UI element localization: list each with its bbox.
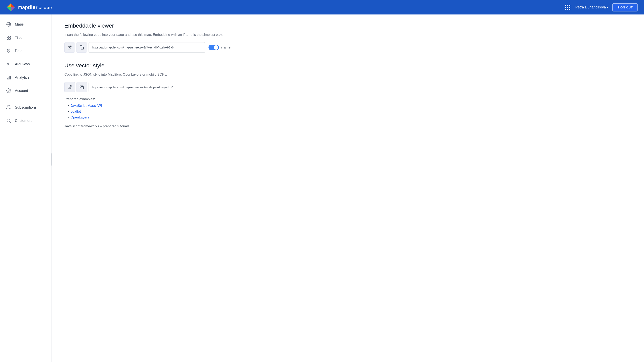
copy-url-button-2[interactable] (76, 82, 87, 92)
iframe-toggle-switch[interactable] (208, 45, 219, 50)
bar-chart-icon (6, 74, 12, 80)
users-icon (6, 104, 12, 110)
svg-marker-2 (7, 7, 11, 11)
svg-line-21 (69, 46, 71, 48)
iframe-toggle-area: iframe (208, 45, 230, 50)
svg-point-13 (7, 63, 9, 65)
js-maps-api-link[interactable]: JavaScript Maps API (70, 104, 102, 108)
svg-rect-24 (81, 86, 84, 89)
vector-style-title: Use vector style (64, 62, 632, 69)
svg-rect-10 (7, 38, 8, 39)
sidebar-label-tiles: Tiles (15, 35, 22, 40)
sidebar-item-account[interactable]: Account (0, 84, 52, 97)
prepared-examples-list: JavaScript Maps API Leaflet OpenLayers (68, 104, 632, 119)
embeddable-viewer-desc: Insert the following code into your page… (64, 32, 632, 37)
prepared-examples-label: Prepared examples: (64, 97, 632, 101)
main-content: Embeddable viewer Insert the following c… (52, 14, 644, 362)
tiles-icon (6, 34, 12, 41)
svg-point-17 (8, 90, 9, 91)
sidebar-label-api-keys: API Keys (15, 62, 30, 66)
sidebar-label-data: Data (15, 49, 22, 53)
svg-marker-4 (11, 7, 15, 11)
sidebar-item-data[interactable]: Data (0, 44, 52, 57)
user-menu[interactable]: Petra Duriancikova ▾ (575, 5, 608, 9)
sidebar-item-analytics[interactable]: Analytics (0, 71, 52, 84)
sidebar-item-tiles[interactable]: Tiles (0, 31, 52, 44)
scrollbar-track[interactable] (51, 14, 52, 362)
embeddable-viewer-section: Embeddable viewer Insert the following c… (64, 22, 632, 53)
logo-text: maptiler CLOUD (18, 4, 52, 10)
svg-rect-14 (7, 78, 8, 79)
globe-icon (6, 21, 12, 27)
list-item-js-maps: JavaScript Maps API (68, 104, 632, 108)
embeddable-viewer-url-row: iframe (64, 42, 632, 53)
sidebar-divider (0, 99, 52, 99)
vector-style-section: Use vector style Copy link to JSON style… (64, 62, 632, 128)
svg-rect-15 (8, 77, 9, 79)
sidebar-nav: Maps Tiles (0, 14, 52, 130)
openlayers-link[interactable]: OpenLayers (70, 115, 89, 119)
vector-style-url-row (64, 82, 632, 92)
sidebar-item-maps[interactable]: Maps (0, 18, 52, 31)
header-right: Petra Duriancikova ▾ SIGN OUT (564, 3, 638, 11)
gear-icon (6, 88, 12, 94)
svg-line-23 (69, 85, 71, 87)
list-item-openlayers: OpenLayers (68, 115, 632, 119)
sidebar: Maps Tiles (0, 14, 52, 362)
key-icon (6, 61, 12, 67)
svg-point-18 (7, 106, 9, 107)
svg-point-12 (8, 50, 9, 51)
sidebar-label-analytics: Analytics (15, 75, 30, 80)
frameworks-label: JavaScript frameworks – prepared tutoria… (64, 124, 632, 128)
vector-style-desc: Copy link to JSON style into Maplibre, O… (64, 72, 632, 77)
sidebar-label-maps: Maps (15, 22, 24, 26)
svg-line-20 (10, 122, 10, 122)
toggle-thumb (214, 45, 218, 50)
open-external-button-2[interactable] (64, 82, 75, 92)
user-name: Petra Duriancikova (575, 5, 606, 9)
chevron-down-icon: ▾ (607, 6, 608, 9)
svg-marker-1 (11, 3, 15, 7)
copy-url-button-1[interactable] (76, 42, 87, 53)
svg-rect-8 (7, 36, 8, 37)
svg-marker-3 (7, 3, 11, 7)
svg-rect-9 (9, 36, 10, 37)
page-layout: Maps Tiles (0, 14, 644, 362)
sidebar-item-customers[interactable]: Customers (0, 114, 52, 127)
search-icon (6, 118, 12, 124)
embeddable-viewer-url-input[interactable] (88, 42, 205, 53)
open-external-button-1[interactable] (64, 42, 75, 53)
sidebar-item-api-keys[interactable]: API Keys (0, 57, 52, 71)
sidebar-label-account: Account (15, 89, 28, 93)
sidebar-label-customers: Customers (15, 119, 32, 123)
embeddable-viewer-title: Embeddable viewer (64, 22, 632, 29)
leaflet-link[interactable]: Leaflet (70, 110, 81, 114)
vector-style-url-input[interactable] (88, 82, 205, 92)
iframe-toggle-label: iframe (221, 45, 230, 49)
sidebar-label-subscriptions: Subscriptions (15, 105, 37, 110)
svg-rect-16 (10, 76, 10, 79)
sign-out-button[interactable]: SIGN OUT (612, 3, 638, 11)
maptiler-logo-icon (6, 3, 15, 12)
logo-area: maptiler CLOUD (6, 3, 52, 12)
scrollbar-thumb[interactable] (51, 153, 52, 166)
list-item-leaflet: Leaflet (68, 109, 632, 114)
sidebar-item-subscriptions[interactable]: Subscriptions (0, 101, 52, 114)
top-header: maptiler CLOUD Petra Duriancikova ▾ SIGN… (0, 0, 644, 14)
pin-icon (6, 48, 12, 54)
svg-rect-22 (81, 47, 84, 49)
svg-rect-11 (9, 38, 10, 39)
grid-menu-icon[interactable] (564, 4, 571, 11)
